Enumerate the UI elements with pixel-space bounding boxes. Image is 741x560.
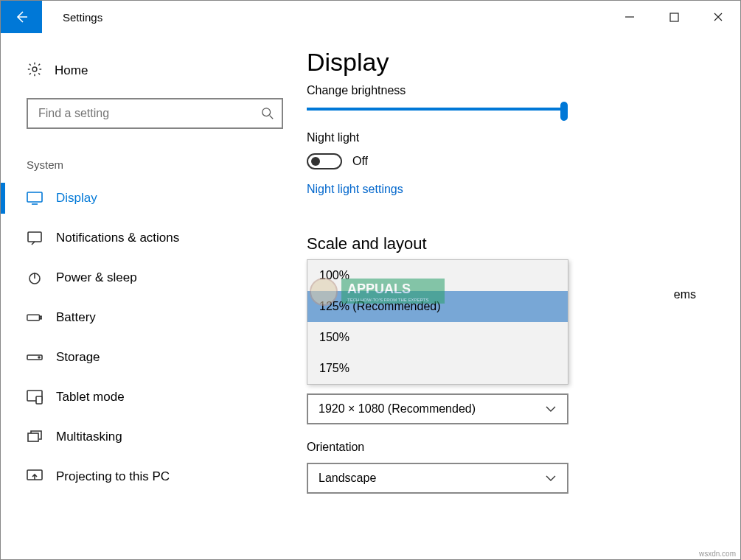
- sidebar-item-notifications[interactable]: Notifications & actions: [1, 218, 299, 258]
- maximize-icon: [669, 13, 679, 22]
- close-icon: [713, 12, 723, 22]
- project-icon: [27, 469, 43, 485]
- brightness-slider[interactable]: [307, 108, 565, 111]
- brightness-label: Change brightness: [307, 84, 696, 97]
- notifications-icon: [27, 230, 43, 246]
- sidebar-item-label: Tablet mode: [56, 390, 283, 405]
- main-pane: Display Change brightness Night light Of…: [299, 33, 740, 559]
- category-label: System: [1, 129, 299, 178]
- sidebar-item-display[interactable]: Display: [1, 178, 299, 218]
- orientation-value: Landscape: [319, 472, 376, 485]
- nightlight-toggle[interactable]: [307, 153, 342, 169]
- scale-text-truncated: ems: [674, 288, 696, 301]
- scale-option-150[interactable]: 150%: [307, 322, 568, 353]
- titlebar: Settings: [1, 1, 740, 33]
- minimize-button[interactable]: [608, 1, 652, 33]
- nightlight-label: Night light: [307, 131, 696, 144]
- gear-icon: [27, 61, 43, 80]
- battery-icon: [27, 309, 43, 326]
- scale-layout-heading: Scale and layout: [307, 234, 696, 253]
- power-icon: [27, 270, 43, 286]
- settings-window: Settings Home: [0, 0, 741, 560]
- scale-dropdown-popup[interactable]: 100% 125% (Recommended) 150% 175%: [307, 259, 568, 385]
- sidebar-item-tablet[interactable]: Tablet mode: [1, 377, 299, 417]
- home-nav[interactable]: Home: [1, 49, 299, 92]
- sidebar-item-label: Power & sleep: [56, 270, 283, 285]
- svg-rect-0: [670, 13, 678, 21]
- chevron-down-icon: [545, 405, 557, 413]
- storage-icon: [27, 349, 43, 365]
- slider-thumb[interactable]: [560, 102, 568, 121]
- sidebar-item-storage[interactable]: Storage: [1, 337, 299, 377]
- chevron-down-icon: [545, 475, 557, 482]
- resolution-value: 1920 × 1080 (Recommended): [319, 402, 476, 416]
- svg-point-1: [32, 67, 37, 71]
- resolution-select[interactable]: 1920 × 1080 (Recommended): [307, 393, 568, 424]
- tablet-icon: [27, 389, 43, 405]
- close-button[interactable]: [696, 1, 740, 33]
- sidebar-item-projecting[interactable]: Projecting to this PC: [1, 457, 299, 497]
- scale-option-125[interactable]: 125% (Recommended): [307, 291, 568, 322]
- orientation-label: Orientation: [307, 441, 696, 454]
- sidebar-item-power[interactable]: Power & sleep: [1, 258, 299, 298]
- svg-point-9: [38, 357, 40, 358]
- back-button[interactable]: [1, 1, 42, 33]
- page-title: Display: [307, 48, 696, 77]
- display-icon: [27, 190, 43, 206]
- sidebar-item-label: Display: [56, 191, 283, 206]
- svg-point-2: [262, 108, 271, 116]
- toggle-knob: [311, 157, 320, 166]
- svg-rect-3: [27, 192, 42, 202]
- credit-text: wsxdn.com: [699, 550, 736, 558]
- sidebar-item-multitasking[interactable]: Multitasking: [1, 417, 299, 457]
- sidebar-item-battery[interactable]: Battery: [1, 298, 299, 337]
- svg-rect-4: [28, 232, 41, 242]
- sidebar-item-label: Multitasking: [56, 430, 283, 444]
- search-input[interactable]: [37, 106, 261, 121]
- scale-option-100[interactable]: 100%: [307, 260, 568, 291]
- multitasking-icon: [27, 429, 43, 445]
- sidebar-item-label: Battery: [56, 310, 283, 325]
- search-icon: [261, 107, 274, 120]
- orientation-select[interactable]: Landscape: [307, 463, 568, 494]
- arrow-left-icon: [14, 10, 29, 24]
- maximize-button[interactable]: [652, 1, 696, 33]
- search-box[interactable]: [27, 98, 283, 129]
- svg-rect-11: [36, 396, 42, 404]
- sidebar-item-label: Storage: [56, 350, 283, 365]
- nightlight-settings-link[interactable]: Night light settings: [307, 183, 403, 196]
- svg-rect-6: [27, 315, 39, 320]
- home-label: Home: [55, 63, 88, 78]
- window-controls: [608, 1, 740, 33]
- svg-rect-12: [28, 433, 38, 441]
- scale-option-175[interactable]: 175%: [307, 353, 568, 384]
- sidebar: Home System Display Notifications &: [1, 33, 299, 559]
- minimize-icon: [625, 12, 635, 22]
- svg-rect-7: [40, 316, 41, 319]
- window-title: Settings: [42, 1, 608, 33]
- sidebar-item-label: Notifications & actions: [56, 231, 283, 245]
- sidebar-item-label: Projecting to this PC: [56, 469, 283, 484]
- content-area: Home System Display Notifications &: [1, 33, 740, 559]
- nightlight-state: Off: [352, 155, 368, 168]
